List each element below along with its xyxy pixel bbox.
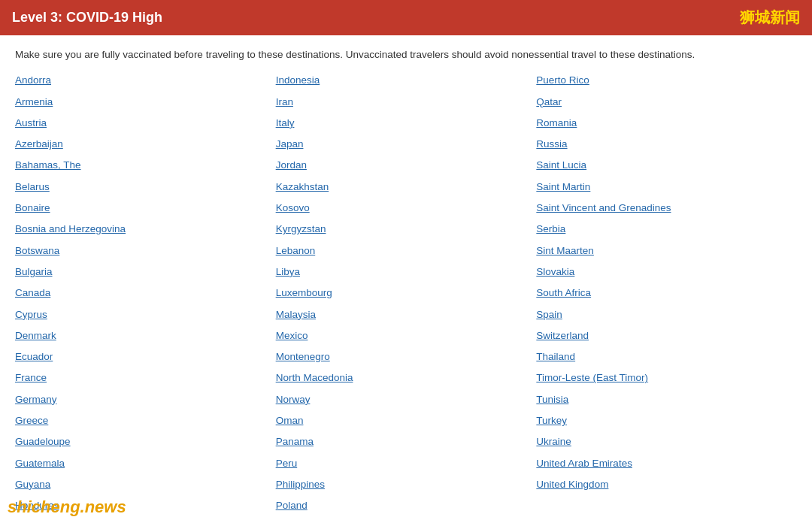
country-link[interactable]: Panama [276, 433, 537, 451]
country-link[interactable]: Lebanon [276, 242, 537, 260]
country-link[interactable]: Ecuador [15, 348, 276, 366]
column-1: AndorraArmeniaAustriaAzerbaijanBahamas, … [15, 71, 276, 523]
country-link[interactable]: Canada [15, 284, 276, 302]
country-link[interactable]: Andorra [15, 71, 276, 89]
country-link[interactable]: Iran [276, 93, 537, 111]
country-link[interactable]: Guatemala [15, 455, 276, 473]
country-link[interactable]: Switzerland [536, 327, 797, 345]
column-3: Puerto RicoQatarRomaniaRussiaSaint Lucia… [536, 71, 797, 523]
country-link[interactable]: Ukraine [536, 433, 797, 451]
country-link[interactable]: Tunisia [536, 391, 797, 409]
country-link[interactable]: Saint Vincent and Grenadines [536, 199, 797, 217]
country-link[interactable]: United Kingdom [536, 476, 797, 494]
country-link[interactable]: United Arab Emirates [536, 455, 797, 473]
column-2: IndonesiaIranItalyJapanJordanKazakhstanK… [276, 71, 537, 523]
country-link[interactable]: Belarus [15, 178, 276, 196]
country-link[interactable]: Serbia [536, 220, 797, 238]
header-brand: 狮城新闻 [740, 8, 800, 28]
header-title: Level 3: COVID-19 High [12, 10, 162, 26]
country-link[interactable]: Montenegro [276, 348, 537, 366]
country-grid: AndorraArmeniaAustriaAzerbaijanBahamas, … [0, 71, 812, 523]
country-link[interactable]: Poland [276, 497, 537, 515]
country-link[interactable]: Qatar [536, 93, 797, 111]
header: Level 3: COVID-19 High 狮城新闻 [0, 0, 812, 35]
country-link[interactable]: Bonaire [15, 199, 276, 217]
country-link[interactable]: Saint Martin [536, 178, 797, 196]
country-link[interactable]: North Macedonia [276, 369, 537, 387]
country-link[interactable]: Turkey [536, 412, 797, 430]
country-link[interactable]: Jordan [276, 156, 537, 174]
country-link[interactable]: Cyprus [15, 306, 276, 324]
country-link[interactable]: Sint Maarten [536, 242, 797, 260]
watermark: shicheng.news [8, 497, 126, 517]
country-link[interactable]: Denmark [15, 327, 276, 345]
country-link[interactable]: Kyrgyzstan [276, 220, 537, 238]
country-link[interactable]: Puerto Rico [536, 71, 797, 89]
country-link[interactable]: Kosovo [276, 199, 537, 217]
country-link[interactable]: Guadeloupe [15, 433, 276, 451]
country-link[interactable]: Portugal [276, 518, 537, 523]
country-link[interactable]: Peru [276, 455, 537, 473]
description: Make sure you are fully vaccinated befor… [0, 35, 812, 71]
country-link[interactable]: Botswana [15, 242, 276, 260]
country-link[interactable]: Japan [276, 135, 537, 153]
country-link[interactable]: Italy [276, 114, 537, 132]
country-link[interactable]: Malaysia [276, 306, 537, 324]
country-link[interactable]: Libya [276, 263, 537, 281]
country-link[interactable]: Kazakhstan [276, 178, 537, 196]
country-link[interactable]: Mexico [276, 327, 537, 345]
country-link[interactable]: Greece [15, 412, 276, 430]
country-link[interactable]: Oman [276, 412, 537, 430]
country-link[interactable]: Armenia [15, 93, 276, 111]
country-link[interactable]: Bulgaria [15, 263, 276, 281]
country-link[interactable]: Guyana [15, 476, 276, 494]
country-link[interactable]: Thailand [536, 348, 797, 366]
country-link[interactable]: Austria [15, 114, 276, 132]
country-link[interactable]: Indonesia [276, 71, 537, 89]
country-link[interactable]: Norway [276, 391, 537, 409]
country-link[interactable]: Bosnia and Herzegovina [15, 220, 276, 238]
country-link[interactable]: Timor-Leste (East Timor) [536, 369, 797, 387]
country-link[interactable]: Philippines [276, 476, 537, 494]
country-link[interactable]: Hungary [15, 518, 276, 523]
country-link[interactable]: Russia [536, 135, 797, 153]
country-link[interactable]: Romania [536, 114, 797, 132]
country-link[interactable]: Saint Lucia [536, 156, 797, 174]
country-link[interactable]: Azerbaijan [15, 135, 276, 153]
country-link[interactable]: Bahamas, The [15, 156, 276, 174]
country-link[interactable]: France [15, 369, 276, 387]
country-link[interactable]: Spain [536, 306, 797, 324]
country-link[interactable]: Germany [15, 391, 276, 409]
country-link[interactable]: Slovakia [536, 263, 797, 281]
country-link[interactable]: Luxembourg [276, 284, 537, 302]
country-link[interactable]: South Africa [536, 284, 797, 302]
